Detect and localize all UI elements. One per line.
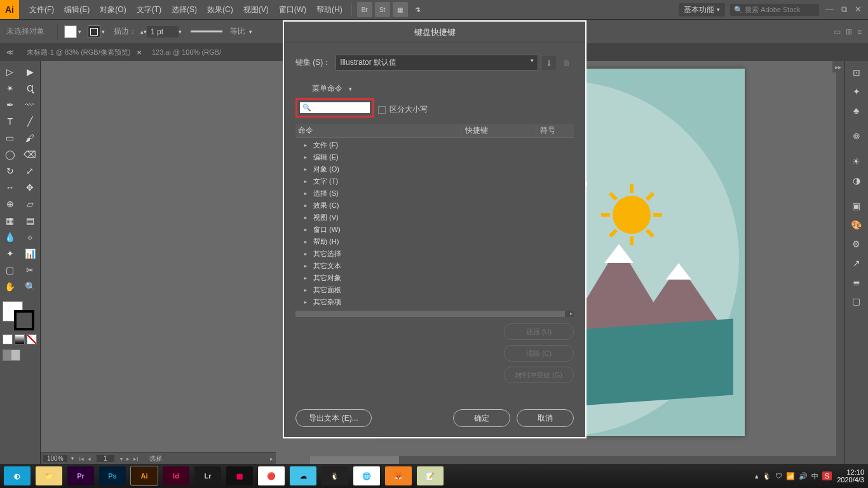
tree-item[interactable]: ▸选择 (S): [295, 187, 574, 200]
menu-help[interactable]: 帮助(H): [311, 4, 348, 15]
taskbar-illustrator[interactable]: Ai: [131, 466, 158, 485]
tray-ime-icon[interactable]: 中: [811, 471, 818, 481]
cancel-button[interactable]: 取消: [517, 409, 574, 427]
gradient-tool[interactable]: ▤: [20, 212, 41, 229]
taskbar-app2[interactable]: ▦: [226, 466, 253, 485]
type-tool[interactable]: T: [0, 113, 20, 130]
tree-item[interactable]: ▸其它对象: [295, 272, 574, 284]
workspace-switcher[interactable]: 基本功能▾: [679, 3, 725, 17]
align-icon[interactable]: ▭: [834, 27, 841, 36]
tab-collapse-icon[interactable]: ≪: [6, 48, 13, 57]
shortcut-search-input[interactable]: [314, 104, 360, 112]
mesh-tool[interactable]: ▦: [0, 212, 20, 229]
width-tool[interactable]: ↔: [0, 179, 20, 196]
shape-builder-tool[interactable]: ⊕: [0, 196, 20, 212]
bridge-icon[interactable]: Br: [357, 2, 372, 17]
pen-tool[interactable]: ✒: [0, 97, 20, 113]
panel-menu-icon[interactable]: ≡: [857, 27, 862, 36]
eraser-tool[interactable]: ⌫: [20, 146, 41, 163]
keyset-dropdown[interactable]: Illustrator 默认值▾: [336, 55, 538, 71]
tree-item[interactable]: ▸文件 (F): [295, 139, 574, 151]
symbol-sprayer-tool[interactable]: ✦: [0, 245, 20, 262]
tray-sogou-icon[interactable]: S: [822, 471, 832, 480]
taskbar-premiere[interactable]: Pr: [67, 466, 94, 485]
save-keyset-icon[interactable]: ⤓: [542, 56, 556, 70]
perspective-tool[interactable]: ▱: [20, 196, 41, 212]
swatches-panel-icon[interactable]: 🎨: [848, 216, 865, 234]
export-panel-icon[interactable]: ↗: [848, 254, 865, 272]
stroke-profile[interactable]: [191, 30, 222, 32]
horizontal-scrollbar[interactable]: [310, 456, 844, 464]
arrange-docs-icon[interactable]: ▦: [393, 2, 408, 17]
menu-edit[interactable]: 编辑(E): [59, 4, 95, 15]
menu-object[interactable]: 对象(O): [95, 4, 131, 15]
tree-item[interactable]: ▸文字 (T): [295, 175, 574, 187]
taskbar-app3[interactable]: 🔴: [258, 466, 285, 485]
zoom-level[interactable]: 100%: [43, 455, 67, 462]
color-mode-icon[interactable]: [3, 334, 13, 344]
tree-item[interactable]: ▸其它面板: [295, 284, 574, 296]
color-guide-panel-icon[interactable]: ◑: [848, 172, 865, 189]
hand-tool[interactable]: ✋: [0, 278, 20, 295]
tree-item[interactable]: ▸视图 (V): [295, 212, 574, 224]
eyedropper-tool[interactable]: 💧: [0, 229, 20, 245]
tab-untitled[interactable]: 未标题-1 @ 83% (RGB/像素预览)×: [22, 43, 147, 61]
ok-button[interactable]: 确定: [453, 409, 510, 427]
color-panel-icon[interactable]: ☀: [848, 152, 865, 170]
taskbar-chrome[interactable]: 🌐: [353, 466, 380, 485]
stock-icon[interactable]: St: [375, 2, 390, 17]
magic-wand-tool[interactable]: ✴: [0, 80, 20, 97]
taskbar-notepad[interactable]: 📝: [417, 466, 444, 485]
tree-item[interactable]: ▸窗口 (W): [295, 224, 574, 236]
rectangle-tool[interactable]: ▭: [0, 130, 20, 146]
tray-qq-icon[interactable]: 🐧: [763, 472, 771, 480]
taskbar-app4[interactable]: ☁: [290, 466, 316, 485]
brushes-panel-icon[interactable]: ♣: [848, 102, 865, 119]
menu-select[interactable]: 选择(S): [166, 4, 202, 15]
vertical-scrollbar[interactable]: [836, 61, 844, 456]
fill-dropdown[interactable]: ▾: [78, 29, 81, 35]
artboards-panel-icon[interactable]: ▢: [848, 292, 865, 310]
tree-item[interactable]: ▸其它文本: [295, 260, 574, 272]
transform-icon[interactable]: ⊞: [846, 27, 852, 36]
artboard-index[interactable]: 1: [97, 455, 114, 462]
properties-panel-icon[interactable]: ⊡: [848, 64, 865, 81]
libraries-panel-icon[interactable]: ✦: [848, 83, 865, 100]
paintbrush-tool[interactable]: 🖌: [20, 130, 41, 146]
tree-item[interactable]: ▸编辑 (E): [295, 151, 574, 163]
zoom-tool[interactable]: 🔍: [20, 278, 41, 295]
direct-selection-tool[interactable]: ▶: [20, 64, 41, 80]
free-transform-tool[interactable]: ✥: [20, 179, 41, 196]
window-close[interactable]: ✕: [855, 4, 862, 15]
artboard-nav[interactable]: I◂◂: [78, 455, 93, 462]
menu-effect[interactable]: 效果(C): [202, 4, 238, 15]
taskbar-qq[interactable]: 🐧: [322, 466, 348, 485]
taskbar-app[interactable]: ◐: [4, 466, 31, 485]
taskbar-indesign[interactable]: Id: [163, 466, 189, 485]
layers-panel-icon[interactable]: ≣: [848, 273, 865, 291]
taskbar-lightroom[interactable]: Lr: [194, 466, 221, 485]
tree-scrollbar[interactable]: ◂▸: [295, 311, 574, 317]
tray-shield-icon[interactable]: 🛡: [775, 472, 782, 480]
stroke-swatch[interactable]: [88, 25, 100, 38]
line-tool[interactable]: ╱: [20, 113, 41, 130]
scale-tool[interactable]: ⤢: [20, 163, 41, 179]
fill-stroke-control[interactable]: [0, 299, 40, 333]
gpu-icon[interactable]: ⚗: [410, 2, 426, 17]
tree-item[interactable]: ▸其它杂项: [295, 296, 574, 308]
artboard-tool[interactable]: ▢: [0, 262, 20, 278]
system-tray[interactable]: ▴ 🐧 🛡 📶 🔊 中 S: [755, 471, 832, 481]
stroke-dropdown[interactable]: ▾: [102, 29, 105, 35]
slice-tool[interactable]: ✂: [20, 262, 41, 278]
window-minimize[interactable]: —: [825, 4, 834, 15]
tree-item[interactable]: ▸对象 (O): [295, 163, 574, 175]
menu-file[interactable]: 文件(F): [24, 4, 59, 15]
selection-tool[interactable]: ▷: [0, 64, 20, 80]
tab-close-icon[interactable]: ×: [137, 48, 142, 57]
blend-tool[interactable]: ⟐: [20, 229, 41, 245]
graph-tool[interactable]: 📊: [20, 245, 41, 262]
rotate-tool[interactable]: ↻: [0, 163, 20, 179]
asset-panel-icon[interactable]: ▣: [848, 197, 865, 215]
taskbar-firefox[interactable]: 🦊: [385, 466, 412, 485]
tab-123ai[interactable]: 123.ai @ 100% (RGB/: [147, 43, 226, 61]
